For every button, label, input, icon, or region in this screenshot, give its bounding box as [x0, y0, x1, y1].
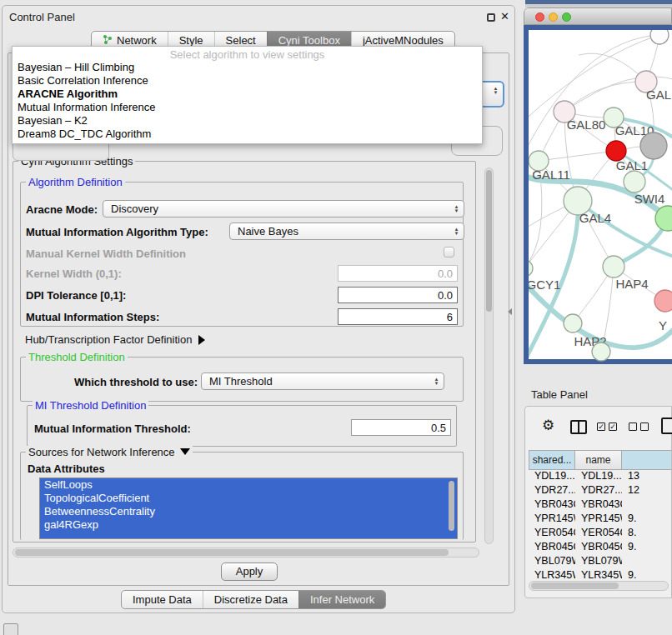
network-node-hap2[interactable] [564, 314, 582, 332]
data-attribute-item[interactable]: SelfLoops [40, 478, 457, 492]
table-header-row: shared...name [529, 450, 671, 470]
mi-algorithm-type-select[interactable]: Naive Bayes [229, 222, 464, 240]
dpi-tolerance-field[interactable]: 0.0 [338, 287, 458, 303]
table-row[interactable]: YER054CYER054C8. [529, 527, 671, 541]
network-node-label: GAL11 [532, 168, 570, 182]
data-attribute-item[interactable]: BetweennessCentrality [40, 505, 457, 518]
kernel-width-label: Kernel Width (0,1): [26, 268, 122, 280]
data-attributes-list[interactable]: SelfLoopsTopologicalCoefficientBetweenne… [39, 478, 458, 539]
table-row[interactable]: YPR145WYPR145W9. [529, 512, 671, 527]
combo-arrows-icon [452, 224, 461, 238]
table-hscroll-thumb[interactable] [531, 582, 619, 589]
network-window-titlebar[interactable] [524, 8, 672, 25]
algorithm-dropdown-placeholder: Select algorithm to view settings [13, 47, 482, 61]
file-icon[interactable] [661, 418, 672, 434]
checked-checkbox-icon-2[interactable]: ✓ [609, 422, 617, 431]
table-cell: YBR043C [575, 498, 622, 512]
algorithm-option[interactable]: Basic Correlation Inference [13, 74, 482, 88]
network-node[interactable] [650, 30, 669, 44]
bottom-tab-label: Discretize Data [214, 593, 288, 606]
network-node[interactable] [592, 342, 610, 361]
sources-group: Sources for Network Inference Data Attri… [20, 452, 464, 540]
table-cell: YBR045C [529, 541, 575, 555]
table-cell [622, 555, 671, 569]
network-node-y[interactable] [654, 290, 672, 312]
network-node-gcy1[interactable] [529, 260, 533, 277]
table-horizontal-scrollbar[interactable] [529, 581, 669, 591]
network-edge[interactable] [539, 151, 616, 161]
mi-threshold-label: Mutual Information Threshold: [34, 422, 191, 435]
kernel-width-field[interactable]: 0.0 [338, 265, 458, 282]
algorithm-option[interactable]: Dream8 DC_TDC Algorithm [13, 128, 482, 141]
unchecked-checkbox-icon-2[interactable] [640, 422, 649, 431]
table-row[interactable]: YBR043CYBR043C [529, 498, 671, 512]
algorithm-option[interactable]: Mutual Information Inference [13, 101, 482, 114]
mi-threshold-field[interactable]: 0.5 [351, 419, 451, 436]
settings-hscroll-thumb[interactable] [15, 549, 449, 556]
data-attribute-item[interactable]: gal4RGexp [40, 518, 457, 532]
table-row[interactable]: YDL19...YDL19...13 [529, 470, 671, 484]
cyni-algorithm-settings-group: Cyni Algorithm Settings Algorithm Defini… [13, 161, 476, 542]
table-cell: YBR045C [575, 541, 622, 555]
table-column-header[interactable]: name [575, 450, 622, 470]
table-body: YDL19...YDL19...13YDR27...YDR27...12YBR0… [529, 470, 671, 583]
table-cell: 13 [622, 470, 671, 484]
settings-vertical-scrollbar[interactable] [484, 168, 494, 544]
algorithm-option[interactable]: Bayesian – Hill Climbing [13, 61, 482, 74]
columns-icon[interactable] [570, 420, 587, 434]
hub-definition-expander[interactable]: Hub/Transcription Factor Definition [25, 333, 205, 346]
table-panel: ⚙ ✓ ✓ shared...name YDL19...YDL19...13YD… [524, 406, 672, 598]
sources-title-text: Sources for Network Inference [28, 446, 175, 458]
float-window-icon[interactable] [487, 13, 495, 22]
control-panel: Control Panel ✕ NetworkStyleSelectCyni T… [2, 5, 515, 613]
table-row[interactable]: YDR27...YDR27...12 [529, 484, 671, 498]
settings-vscroll-thumb[interactable] [486, 170, 492, 312]
which-threshold-select[interactable]: MI Threshold [201, 372, 444, 390]
mi-threshold-group-title: MI Threshold Definition [33, 399, 148, 412]
table-cell: 9. [622, 512, 671, 527]
algorithm-option[interactable]: ARACNE Algorithm [13, 88, 482, 101]
table-cell: 12 [622, 484, 671, 498]
bottom-tab-infer-network[interactable]: Infer Network [298, 591, 385, 608]
close-panel-icon[interactable]: ✕ [500, 10, 509, 22]
table-column-header[interactable]: shared... [529, 450, 575, 470]
table-cell: 8. [622, 527, 671, 541]
splitter-collapse-arrow[interactable] [508, 308, 512, 315]
minimize-traffic-light-icon[interactable] [549, 12, 558, 22]
settings-horizontal-scrollbar[interactable] [13, 548, 479, 558]
hub-definition-label: Hub/Transcription Factor Definition [25, 333, 192, 346]
data-attribute-item[interactable]: TopologicalCoefficient [40, 492, 457, 505]
mi-steps-label: Mutual Information Steps: [26, 311, 159, 323]
sources-group-title[interactable]: Sources for Network Inference [26, 446, 193, 458]
network-node-swi4[interactable] [624, 171, 645, 192]
table-column-header[interactable] [622, 450, 671, 470]
algorithm-definition-title: Algorithm Definition [26, 176, 125, 188]
table-row[interactable]: YBR045CYBR045C9. [529, 541, 671, 555]
table-cell: YDR27... [575, 484, 622, 498]
zoom-traffic-light-icon[interactable] [562, 12, 571, 22]
table-cell: 9. [622, 541, 671, 555]
network-node-hap4[interactable] [603, 256, 624, 278]
mi-steps-field[interactable]: 6 [338, 308, 458, 325]
apply-button[interactable]: Apply [221, 562, 278, 581]
bottom-tab-discretize-data[interactable]: Discretize Data [203, 591, 298, 608]
table-row[interactable]: YBL079WYBL079W [529, 555, 671, 569]
attributes-list-scrollbar[interactable] [449, 481, 454, 531]
network-node-label: Y [659, 318, 667, 332]
network-edge[interactable] [564, 82, 646, 112]
corner-mini-button[interactable] [3, 623, 18, 635]
manual-kernel-checkbox[interactable] [444, 247, 454, 258]
network-node-label: GAL1 [616, 158, 648, 172]
network-node[interactable] [640, 132, 667, 159]
network-canvas[interactable]: GALGAL80GAL10GAL1GAL11SWI4GAL4GCY1HAP4YH… [529, 30, 672, 364]
manual-kernel-label: Manual Kernel Width Definition [26, 248, 186, 260]
algorithm-option[interactable]: Bayesian – K2 [13, 114, 482, 128]
bottom-tab-impute-data[interactable]: Impute Data [122, 591, 203, 608]
algorithm-dropdown-popup: Select algorithm to view settings Bayesi… [12, 46, 483, 144]
unchecked-checkbox-icon[interactable] [629, 422, 637, 431]
aracne-mode-select[interactable]: Discovery [103, 200, 464, 218]
data-attributes-label: Data Attributes [28, 462, 105, 475]
close-traffic-light-icon[interactable] [535, 12, 544, 22]
gear-icon[interactable]: ⚙ [542, 417, 554, 434]
checked-checkbox-icon[interactable]: ✓ [597, 422, 605, 431]
